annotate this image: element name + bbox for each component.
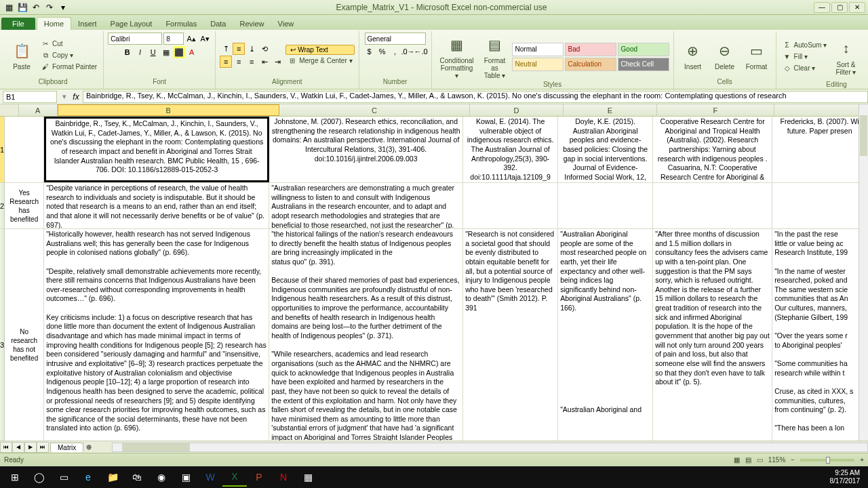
- start-button[interactable]: ⊞: [3, 468, 27, 487]
- number-format-combo[interactable]: [365, 33, 426, 45]
- cell-C2[interactable]: "Australian researchers are demonstratin…: [269, 183, 463, 228]
- name-box[interactable]: B1: [3, 91, 57, 103]
- currency-icon[interactable]: $: [363, 45, 376, 58]
- italic-button[interactable]: I: [134, 46, 146, 58]
- cell-B2[interactable]: "Despite variance in perceptions of rese…: [44, 183, 269, 228]
- format-painter-button[interactable]: 🖌Format Painter: [39, 62, 99, 73]
- col-header-E[interactable]: E: [564, 104, 657, 116]
- shrink-font-icon[interactable]: A▾: [199, 33, 211, 45]
- cell-E2[interactable]: [558, 183, 653, 228]
- cell-B3[interactable]: "Historically however, health research h…: [44, 229, 269, 460]
- row-header-3[interactable]: 3: [0, 229, 5, 460]
- file-tab[interactable]: File: [1, 18, 35, 30]
- font-size-combo[interactable]: [163, 33, 184, 45]
- view-break-icon[interactable]: ▭: [757, 456, 763, 464]
- qat-customize-icon[interactable]: ▾: [57, 1, 69, 14]
- powerpoint-icon[interactable]: P: [247, 468, 271, 487]
- minimize-button[interactable]: —: [814, 2, 830, 13]
- word-icon[interactable]: W: [198, 468, 222, 487]
- insert-cells-button[interactable]: ⊕Insert: [678, 39, 708, 72]
- cell-G3[interactable]: "In the past the rese little or value be…: [772, 229, 859, 460]
- zoom-level[interactable]: 115%: [768, 456, 786, 464]
- cell-G1[interactable]: Fredericks, B. (2007). Wi future. Paper …: [772, 117, 859, 182]
- app2-icon[interactable]: N: [271, 468, 296, 487]
- copy-button[interactable]: ⧉Copy ▾: [39, 50, 99, 61]
- sort-filter-button[interactable]: ↕Sort & Filter ▾: [831, 37, 861, 77]
- inc-decimal-icon[interactable]: .0→: [402, 45, 414, 58]
- explorer-icon[interactable]: 📁: [100, 468, 125, 487]
- clock-time[interactable]: 9:25 AM: [830, 469, 861, 477]
- tab-home[interactable]: Home: [37, 17, 71, 30]
- excel-icon[interactable]: ▦: [3, 1, 15, 14]
- clock-date[interactable]: 8/17/2017: [830, 477, 861, 485]
- fill-color-button[interactable]: ⬛: [173, 46, 185, 58]
- border-button[interactable]: ▦: [160, 46, 172, 58]
- close-button[interactable]: ✕: [849, 2, 865, 13]
- tab-view[interactable]: View: [271, 18, 301, 30]
- sheet-nav-next-icon[interactable]: ▶: [24, 442, 37, 453]
- edge-icon[interactable]: e: [76, 468, 100, 487]
- cell-E3[interactable]: "Australian Aboriginal people are some o…: [558, 229, 653, 460]
- col-header-D[interactable]: D: [470, 104, 564, 116]
- maximize-button[interactable]: ▢: [831, 2, 848, 13]
- wrap-text-button[interactable]: ↩Wrap Text: [285, 45, 354, 55]
- cell-F1[interactable]: Cooperative Research Centre for Aborigin…: [653, 117, 772, 182]
- find-select-button[interactable]: 🔍Find & Select ▾: [863, 33, 868, 81]
- cell-A1[interactable]: [5, 117, 44, 182]
- autosum-button[interactable]: ΣAutoSum ▾: [781, 40, 829, 51]
- font-color-button[interactable]: A: [186, 46, 198, 58]
- font-name-combo[interactable]: [108, 33, 162, 45]
- select-all-button[interactable]: [0, 104, 19, 116]
- col-header-C[interactable]: C: [279, 104, 471, 116]
- cell-F2[interactable]: [653, 183, 772, 228]
- zoom-in-icon[interactable]: +: [860, 456, 864, 464]
- hscroll-thumb[interactable]: [122, 443, 190, 451]
- horizontal-scrollbar[interactable]: [112, 443, 868, 452]
- orientation-icon[interactable]: ⟲: [258, 43, 271, 55]
- sheet-nav-last-icon[interactable]: ⏭: [37, 442, 49, 453]
- paste-button[interactable]: 📋Paste: [7, 39, 37, 72]
- col-header-G[interactable]: [774, 104, 868, 116]
- row-header-2[interactable]: 2: [0, 183, 5, 229]
- tab-data[interactable]: Data: [203, 18, 233, 30]
- underline-button[interactable]: U: [147, 46, 159, 58]
- row-header-1[interactable]: 1: [0, 117, 5, 183]
- cell-A2[interactable]: Yes Research has benefited: [5, 183, 44, 228]
- format-table-button[interactable]: ▤Format as Table ▾: [480, 33, 510, 81]
- bold-button[interactable]: B: [121, 46, 134, 58]
- dec-decimal-icon[interactable]: ←.0: [415, 45, 427, 58]
- style-good[interactable]: Good: [618, 43, 669, 56]
- col-header-B[interactable]: B: [58, 104, 279, 116]
- percent-icon[interactable]: %: [376, 45, 389, 58]
- sheet-nav-first-icon[interactable]: ⏮: [0, 442, 12, 453]
- delete-cells-button[interactable]: ⊖Delete: [710, 39, 740, 72]
- style-neutral[interactable]: Neutral: [512, 58, 564, 71]
- col-header-F[interactable]: F: [657, 104, 774, 116]
- align-left-icon[interactable]: ≡: [220, 56, 232, 68]
- new-sheet-icon[interactable]: ⊕: [86, 443, 92, 451]
- col-header-A[interactable]: A: [19, 104, 58, 116]
- style-normal[interactable]: Normal: [512, 43, 564, 56]
- style-calc[interactable]: Calculation: [565, 58, 616, 71]
- grow-font-icon[interactable]: A▴: [185, 33, 197, 45]
- vscroll-thumb[interactable]: [860, 115, 867, 156]
- sheet-nav-prev-icon[interactable]: ◀: [12, 442, 24, 453]
- indent-dec-icon[interactable]: ⇤: [258, 56, 271, 68]
- merge-center-button[interactable]: ⊞Merge & Center ▾: [285, 56, 354, 66]
- fx-icon[interactable]: fx: [69, 92, 83, 102]
- clear-button[interactable]: ◇Clear ▾: [781, 63, 829, 74]
- app3-icon[interactable]: ▦: [296, 468, 320, 487]
- undo-icon[interactable]: ↶: [30, 1, 42, 14]
- comma-icon[interactable]: ,: [389, 45, 401, 58]
- align-bottom-icon[interactable]: ⤓: [245, 43, 258, 55]
- cell-D3[interactable]: "Research is not considered a societal g…: [463, 229, 558, 460]
- chrome-icon[interactable]: ◉: [149, 468, 174, 487]
- app-icon[interactable]: ▣: [174, 468, 198, 487]
- indent-inc-icon[interactable]: ⇥: [271, 56, 283, 68]
- save-icon[interactable]: 💾: [16, 1, 28, 14]
- sheet-tab-matrix[interactable]: Matrix: [50, 443, 83, 452]
- align-right-icon[interactable]: ≡: [245, 56, 258, 68]
- zoom-out-icon[interactable]: −: [791, 456, 795, 464]
- formula-bar[interactable]: Bainbridge, R., Tsey, K., McCalman, J., …: [83, 91, 868, 103]
- vertical-scrollbar[interactable]: [859, 104, 868, 460]
